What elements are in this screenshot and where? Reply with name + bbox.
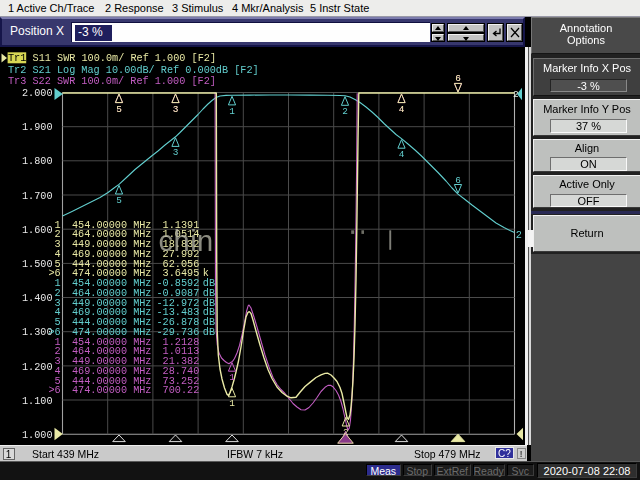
- svg-text:1.000: 1.000: [22, 430, 53, 441]
- svg-text:2.000: 2.000: [22, 88, 53, 99]
- svg-text:Tr3 S22 SWR 100.0m/ Ref 1.000: Tr3 S22 SWR 100.0m/ Ref 1.000 [F2]: [8, 76, 216, 87]
- svg-text:1.100: 1.100: [22, 396, 53, 407]
- svg-text:474.00000 MHz: 474.00000 MHz: [72, 385, 151, 396]
- svg-text:Tr1: Tr1: [8, 53, 26, 64]
- svg-text:Tr2 S21 Log Mag 10.00dB/ Ref 0: Tr2 S21 Log Mag 10.00dB/ Ref 0.000dB [F2…: [8, 65, 259, 76]
- svg-text:1.700: 1.700: [22, 191, 53, 202]
- svg-text:6: 6: [455, 175, 461, 186]
- svg-text:1: 1: [229, 398, 235, 409]
- svg-text:3: 3: [173, 104, 179, 115]
- svg-text:2: 2: [342, 106, 348, 117]
- svg-text:700.22: 700.22: [163, 385, 200, 396]
- svg-text:1.200: 1.200: [22, 362, 53, 373]
- svg-text:dB: dB: [203, 327, 215, 338]
- svg-text:1.400: 1.400: [22, 293, 53, 304]
- svg-text:1: 1: [229, 106, 235, 117]
- svg-text:S11 SWR 100.0m/ Ref 1.000 [F2]: S11 SWR 100.0m/ Ref 1.000 [F2]: [33, 53, 216, 64]
- svg-text:4: 4: [399, 104, 405, 115]
- svg-text:2: 2: [516, 230, 522, 241]
- svg-text:5: 5: [116, 104, 122, 115]
- svg-text:1.900: 1.900: [22, 122, 53, 133]
- svg-text:4: 4: [399, 149, 405, 160]
- svg-text:1: 1: [229, 372, 235, 383]
- svg-text:2: 2: [513, 89, 519, 100]
- svg-text:5: 5: [116, 195, 122, 206]
- svg-text:1.600: 1.600: [22, 225, 53, 236]
- svg-text:6: 6: [455, 73, 461, 84]
- svg-text:1.800: 1.800: [22, 156, 53, 167]
- svg-text:chin: chin: [159, 225, 214, 257]
- svg-text:6: 6: [54, 385, 60, 396]
- svg-text:3: 3: [173, 147, 179, 158]
